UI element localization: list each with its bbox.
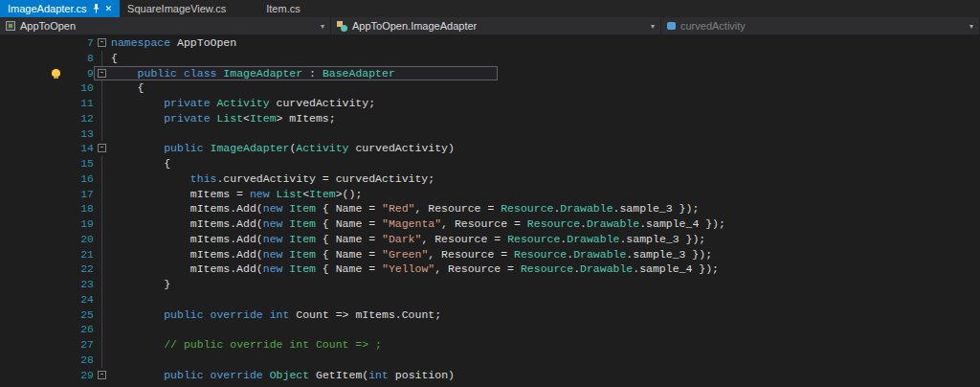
code-line[interactable]: 7-namespace AppToOpen: [0, 35, 980, 51]
line-number[interactable]: 8: [69, 51, 94, 66]
code-token: .sample_4 });: [633, 262, 719, 275]
code-token: ImageAdapter: [211, 142, 290, 154]
line-number[interactable]: 11: [69, 96, 94, 111]
code-line[interactable]: 17 mItems = new List<Item>();: [0, 187, 980, 202]
project-icon: [6, 21, 15, 31]
code-token: Resource: [507, 233, 560, 245]
code-token: { Name =: [316, 217, 382, 230]
code-text: namespace AppToOpen: [111, 35, 236, 51]
line-number[interactable]: 7: [69, 35, 94, 51]
type-dropdown[interactable]: AppToOpen.ImageAdapter ▾: [331, 17, 661, 34]
glyph-margin: [0, 247, 69, 262]
line-number[interactable]: 18: [69, 201, 94, 216]
line-number[interactable]: 29: [69, 368, 94, 383]
code-token: "Magenta": [382, 217, 441, 230]
outline-margin: [94, 201, 111, 216]
code-token: Item: [289, 248, 316, 261]
code-line[interactable]: 27 // public override int Count => ;: [0, 337, 980, 353]
code-token: [111, 172, 190, 185]
outline-margin: [94, 307, 111, 323]
code-token: , Resource =: [441, 217, 527, 230]
field-icon: [667, 22, 676, 30]
code-token: "Dark": [382, 233, 421, 245]
collapse-icon[interactable]: -: [98, 69, 106, 78]
code-line[interactable]: 14- public ImageAdapter(Activity curvedA…: [0, 141, 980, 156]
line-number[interactable]: 16: [69, 171, 94, 187]
line-number[interactable]: 26: [69, 322, 94, 337]
code-line[interactable]: 9- public class ImageAdapter : BaseAdapt…: [0, 66, 980, 81]
tab-label: Item.cs: [266, 3, 300, 14]
line-number[interactable]: 25: [69, 307, 94, 323]
code-token: Resource: [501, 202, 553, 215]
outline-margin: [94, 277, 111, 292]
code-token: new: [250, 188, 270, 200]
tab-imageadapter[interactable]: ImageAdapter.cs ✕: [0, 0, 120, 17]
code-token: , Resource =: [428, 248, 514, 261]
lightbulb-icon[interactable]: [52, 69, 60, 77]
code-token: Activity: [216, 97, 269, 109]
code-token: [111, 308, 164, 321]
code-line[interactable]: 12 private List<Item> mItems;: [0, 111, 980, 126]
collapse-icon[interactable]: -: [98, 144, 106, 152]
code-token: Item: [289, 262, 316, 275]
outline-margin: -: [94, 66, 111, 81]
line-number[interactable]: 28: [69, 353, 94, 368]
glyph-margin: [0, 216, 69, 232]
code-text: mItems.Add(new Item { Name = "Yellow", R…: [111, 262, 719, 277]
code-line[interactable]: 28: [0, 353, 980, 368]
tab-item[interactable]: Item.cs: [258, 0, 307, 17]
code-token: this: [190, 172, 217, 185]
line-number[interactable]: 17: [69, 187, 94, 202]
code-line[interactable]: 8{: [0, 51, 980, 66]
code-line[interactable]: 15 {: [0, 156, 980, 171]
code-line[interactable]: 23 }: [0, 277, 980, 292]
code-line[interactable]: 20 mItems.Add(new Item { Name = "Dark", …: [0, 232, 980, 247]
code-line[interactable]: 19 mItems.Add(new Item { Name = "Magenta…: [0, 216, 980, 232]
code-token: mItems.Add(: [111, 248, 263, 261]
code-token: new: [263, 262, 283, 275]
code-line[interactable]: 26: [0, 322, 980, 337]
close-icon[interactable]: ✕: [105, 5, 113, 13]
code-line[interactable]: 29- public override Object GetItem(int p…: [0, 368, 980, 383]
line-number[interactable]: 14: [69, 141, 94, 156]
code-line[interactable]: 18 mItems.Add(new Item { Name = "Red", R…: [0, 201, 980, 216]
line-number[interactable]: 15: [69, 156, 94, 171]
line-number[interactable]: 9: [69, 66, 94, 81]
code-token: { Name =: [316, 202, 382, 215]
pin-icon[interactable]: [92, 4, 100, 13]
collapse-icon[interactable]: -: [98, 38, 106, 47]
outline-margin: [94, 247, 111, 262]
project-dropdown[interactable]: AppToOpen ▾: [0, 17, 331, 34]
collapse-icon[interactable]: -: [98, 371, 106, 379]
line-number[interactable]: 13: [69, 126, 94, 142]
line-number[interactable]: 21: [69, 247, 94, 262]
tab-squareimageview[interactable]: SquareImageView.cs: [120, 0, 234, 17]
code-text: public class ImageAdapter : BaseAdapter: [111, 66, 395, 81]
code-text: private List<Item> mItems;: [111, 111, 336, 126]
outline-margin: [94, 322, 111, 337]
code-line[interactable]: 13: [0, 126, 980, 142]
line-number[interactable]: 20: [69, 232, 94, 247]
line-number[interactable]: 23: [69, 277, 94, 292]
code-editor[interactable]: 7-namespace AppToOpen8{9- public class I…: [0, 34, 980, 387]
code-line[interactable]: 10 {: [0, 80, 980, 96]
code-text: private Activity curvedActivity;: [111, 96, 375, 111]
line-number[interactable]: 22: [69, 262, 94, 277]
glyph-margin: [0, 307, 69, 323]
line-number[interactable]: 10: [69, 80, 94, 96]
code-line[interactable]: 22 mItems.Add(new Item { Name = "Yellow"…: [0, 262, 980, 277]
code-line[interactable]: 16 this.curvedActivity = curvedActivity;: [0, 171, 980, 187]
code-token: curvedActivity): [349, 142, 455, 154]
code-line[interactable]: 24: [0, 292, 980, 307]
code-line[interactable]: 25 public override int Count => mItems.C…: [0, 307, 980, 323]
code-line[interactable]: 21 mItems.Add(new Item { Name = "Green",…: [0, 247, 980, 262]
navigation-bar: AppToOpen ▾ AppToOpen.ImageAdapter ▾ cur…: [0, 17, 980, 34]
line-number[interactable]: 19: [69, 216, 94, 232]
member-dropdown[interactable]: curvedActivity ▾: [661, 17, 980, 34]
code-token: Drawable: [567, 233, 619, 245]
line-number[interactable]: 27: [69, 337, 94, 353]
line-number[interactable]: 24: [69, 292, 94, 307]
code-line[interactable]: 11 private Activity curvedActivity;: [0, 96, 980, 111]
line-number[interactable]: 12: [69, 111, 94, 126]
code-token: {: [111, 52, 118, 64]
